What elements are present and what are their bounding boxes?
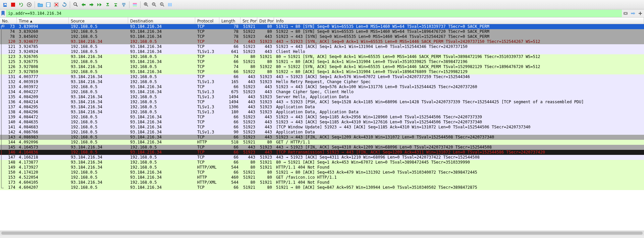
packet-row[interactable]: 1394.084472192.168.0.593.184.216.34TCP66… [0,115,644,120]
open-file-button[interactable] [37,1,44,8]
col-length[interactable]: Length [219,17,240,24]
packet-row[interactable]: 1744.604207192.168.0.593.184.216.34TCP66… [0,185,644,190]
packet-row[interactable]: 1464.164836192.168.0.593.184.216.34TCP66… [0,150,644,155]
cell-srcport: 80 [240,160,257,165]
clear-filter-button[interactable] [622,10,629,17]
cell-info: Application Data [274,130,644,135]
cell-no: 73 [6,24,17,29]
packet-row[interactable]: 1334.003972192.168.0.593.184.216.34TCP66… [0,84,644,90]
packet-row[interactable]: 1213.924785192.168.0.593.184.216.34TCP66… [0,44,644,49]
svg-rect-5 [47,5,49,7]
packet-row[interactable]: 1404.084635192.168.0.593.184.216.34TCP66… [0,120,644,125]
cell-dstport: 51921 [257,160,274,165]
resize-columns-button[interactable] [166,1,174,8]
cell-srcport: 51923 [240,150,257,155]
col-time[interactable]: Time▲ [17,17,69,24]
auto-scroll-button[interactable] [120,1,127,8]
colorize-button[interactable] [131,1,139,8]
packet-row[interactable]: 1354.08420993.184.216.34192.168.0.5TLSv1… [0,95,644,100]
packet-row[interactable]: 783.845692192.168.0.593.184.216.34TCP785… [0,34,644,39]
find-packet-button[interactable] [72,1,79,8]
col-destination[interactable]: Destination [128,17,195,24]
cell-length: 66 [219,145,240,150]
restart-capture-button[interactable] [17,1,25,8]
packet-row[interactable]: 1273.927859192.168.0.593.184.216.34TCP66… [0,69,644,74]
packet-row[interactable]: 1233.92670593.184.216.34192.168.0.5TCP74… [0,54,644,59]
svg-text:1: 1 [161,3,162,6]
cell-length: 66 [219,115,240,120]
packet-row[interactable]: 1504.174120192.168.0.593.184.216.34TCP66… [0,170,644,175]
zoom-in-button[interactable] [142,1,150,8]
col-srcport[interactable]: Src Port [240,17,257,24]
cell-source: 192.168.0.5 [69,84,128,90]
col-protocol[interactable]: Protocol [195,17,219,24]
cell-dstport: 443 [257,44,274,49]
related-packet-marker [0,49,6,54]
packet-row[interactable]: 1494.17392793.184.216.34192.168.0.5HTTP/… [0,165,644,170]
packet-row[interactable]: 1384.08429693.184.216.34192.168.0.5TLSv1… [0,110,644,115]
zoom-out-button[interactable] [150,1,158,8]
go-forward-button[interactable] [88,1,95,8]
go-back-button[interactable] [80,1,87,8]
packet-row[interactable]: 1253.926775192.168.0.593.184.216.34TCP66… [0,59,644,64]
packet-row[interactable]: 1344.004227192.168.0.593.184.216.34TLSv1… [0,90,644,95]
packet-row[interactable]: 1314.00377793.184.216.34192.168.0.5TCP66… [0,74,644,79]
packet-row[interactable]: 1424.086766192.168.0.593.184.216.34TLSv1… [0,130,644,135]
close-file-button[interactable] [53,1,60,8]
packet-row[interactable]: 1444.092096192.168.0.593.184.216.34HTTP5… [0,140,644,145]
col-no[interactable]: No. [0,17,17,24]
cell-time: 3.845692 [17,34,69,39]
cell-time: 4.084209 [17,95,69,100]
start-capture-button[interactable] [1,1,9,8]
cell-time: 3.926775 [17,59,69,64]
packet-row[interactable]: 1414.084683192.168.0.593.184.216.34TCP66… [0,125,644,130]
packet-row[interactable]: 1203.92467793.184.216.34192.168.0.5TCP74… [0,39,644,44]
display-filter-input[interactable] [6,10,622,17]
packet-row[interactable]: 743.839260192.168.0.593.184.216.34TCP785… [0,29,644,34]
packet-row[interactable]: 1364.08421493.184.216.34192.168.0.5TCP14… [0,100,644,105]
go-first-button[interactable] [104,1,111,8]
cell-protocol: TCP [195,150,219,155]
svg-point-9 [74,3,76,5]
packet-row[interactable]: 733.839094192.168.0.593.184.216.34TCP785… [0,24,644,29]
packet-row[interactable]: 1534.522054192.168.0.593.184.216.34HTTP4… [0,175,644,180]
capture-options-button[interactable] [25,1,33,8]
cell-destination: 192.168.0.5 [128,105,195,110]
packet-row[interactable]: 1484.17387793.184.216.34192.168.0.5TCP66… [0,160,644,165]
cell-srcport: 80 [240,165,257,170]
packet-row[interactable]: 1263.92780893.184.216.34192.168.0.5TCP74… [0,64,644,69]
cell-srcport: 51923 [240,125,257,130]
cell-no: 126 [6,64,17,69]
packet-row[interactable]: 1474.16621893.184.216.34192.168.0.5TCP66… [0,155,644,160]
cell-time: 4.173927 [17,165,69,170]
cell-protocol: TCP [195,69,219,74]
cell-srcport: 443 [240,79,257,84]
horizontal-scrollbar[interactable] [0,231,644,235]
packet-row[interactable]: 1223.924924192.168.0.593.184.216.34TLSv1… [0,49,644,54]
col-info[interactable]: Info [274,17,644,24]
zoom-reset-button[interactable]: 1 [158,1,166,8]
col-dstport[interactable]: Dst Port [257,17,274,24]
stop-capture-button[interactable] [9,1,17,8]
packet-row[interactable]: 1734.60410593.184.216.34192.168.0.5HTTP/… [0,180,644,185]
packet-row[interactable]: 1374.08429593.184.216.34192.168.0.5TLSv1… [0,105,644,110]
packet-list[interactable]: 733.839094192.168.0.593.184.216.34TCP785… [0,24,644,231]
apply-filter-button[interactable] [630,10,636,17]
cell-time: 4.166218 [17,155,69,160]
cell-srcport: 51923 [240,135,257,140]
cell-length: 66 [219,135,240,140]
cell-protocol: TCP [195,29,219,34]
reload-button[interactable] [61,1,68,8]
cell-length: 1306 [219,105,240,110]
cell-length: 90 [219,130,240,135]
go-to-packet-button[interactable] [96,1,103,8]
packet-row[interactable]: 1324.00391993.184.216.34192.168.0.5TLSv1… [0,79,644,84]
bookmark-filter-icon[interactable] [0,9,6,17]
add-filter-button[interactable] [637,10,644,17]
col-source[interactable]: Source [69,17,128,24]
go-last-button[interactable] [112,1,119,8]
packet-row[interactable]: 1454.16457393.184.216.34192.168.0.5TCP66… [0,145,644,150]
save-file-button[interactable] [45,1,52,8]
packet-row[interactable]: 1434.086983192.168.0.593.184.216.34TCP66… [0,135,644,140]
cell-source: 192.168.0.5 [69,120,128,125]
